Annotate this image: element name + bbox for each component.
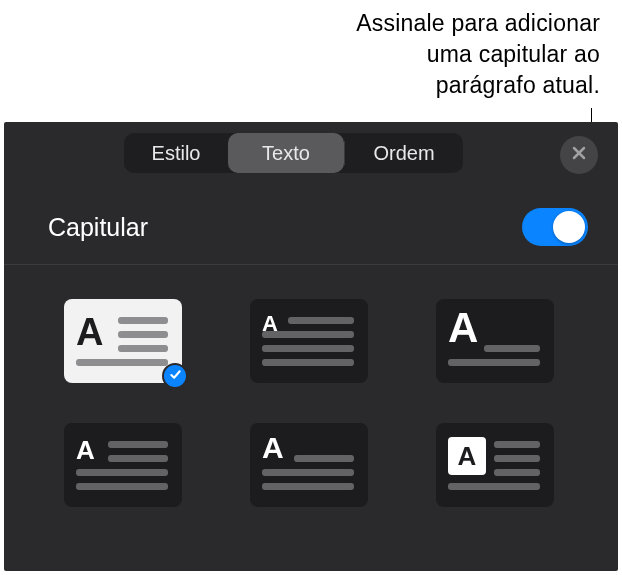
text-line-icon (494, 441, 540, 448)
dropcap-letter-icon: A (458, 441, 477, 472)
text-line-icon (76, 469, 168, 476)
dropcap-style-2[interactable]: A (250, 299, 368, 383)
dropcap-style-4[interactable]: A (64, 423, 182, 507)
tab-estilo[interactable]: Estilo (124, 133, 228, 173)
text-line-icon (108, 455, 168, 462)
text-line-icon (118, 345, 168, 352)
dropcap-letter-icon: A (76, 437, 95, 463)
callout-text: Assinale para adicionar uma capitular ao… (356, 8, 600, 101)
close-icon (571, 145, 587, 165)
selected-checkmark (162, 363, 188, 389)
text-line-icon (262, 345, 354, 352)
text-line-icon (118, 317, 168, 324)
check-icon (169, 367, 182, 385)
dropcap-letter-icon: A (262, 433, 284, 463)
text-line-icon (288, 317, 354, 324)
close-button[interactable] (560, 136, 598, 174)
tab-ordem-label: Ordem (373, 142, 434, 165)
dropcap-style-grid: A A A (4, 265, 618, 527)
text-line-icon (108, 441, 168, 448)
tab-ordem[interactable]: Ordem (345, 133, 463, 173)
dropcap-style-3-preview: A (436, 299, 554, 383)
dropcap-style-1[interactable]: A (64, 299, 182, 383)
text-line-icon (262, 331, 354, 338)
text-line-icon (484, 345, 540, 352)
tab-bar: Estilo Texto Ordem (4, 122, 618, 184)
text-line-icon (262, 483, 354, 490)
toggle-knob (553, 211, 585, 243)
dropcap-letter-icon: A (448, 307, 478, 349)
dropcap-style-3[interactable]: A (436, 299, 554, 383)
text-line-icon (448, 359, 540, 366)
text-line-icon (448, 483, 540, 490)
text-line-icon (262, 359, 354, 366)
text-line-icon (76, 483, 168, 490)
boxed-dropcap-icon: A (448, 437, 486, 475)
tab-estilo-label: Estilo (152, 142, 201, 165)
text-line-icon (494, 469, 540, 476)
text-line-icon (294, 455, 354, 462)
dropcap-style-4-preview: A (64, 423, 182, 507)
text-line-icon (76, 359, 168, 366)
dropcap-style-6-preview: A (436, 423, 554, 507)
dropcap-section-header: Capitular (4, 184, 618, 265)
tab-texto-label: Texto (262, 142, 310, 165)
dropcap-letter-icon: A (76, 313, 103, 351)
tab-texto[interactable]: Texto (228, 133, 344, 173)
text-line-icon (494, 455, 540, 462)
section-title: Capitular (48, 213, 148, 242)
dropcap-style-5-preview: A (250, 423, 368, 507)
dropcap-style-2-preview: A (250, 299, 368, 383)
dropcap-toggle[interactable] (522, 208, 588, 246)
segmented-control: Estilo Texto Ordem (124, 133, 463, 173)
text-line-icon (262, 469, 354, 476)
dropcap-style-6[interactable]: A (436, 423, 554, 507)
format-panel: Estilo Texto Ordem Capitular A (4, 122, 618, 571)
dropcap-style-5[interactable]: A (250, 423, 368, 507)
text-line-icon (118, 331, 168, 338)
